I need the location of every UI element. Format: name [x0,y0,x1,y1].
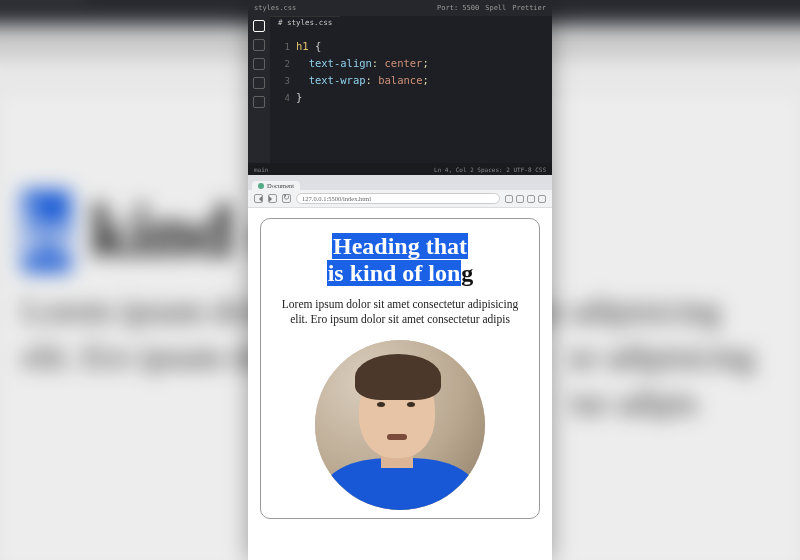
browser-tab-label: Document [267,182,294,189]
address-bar[interactable]: 127.0.0.1:5500/index.html [296,193,500,204]
browser-toolbar: 127.0.0.1:5500/index.html [248,190,552,208]
extension-icon[interactable] [516,195,524,203]
page-paragraph[interactable]: Lorem ipsum dolor sit amet consectetur a… [275,297,525,328]
reload-button[interactable] [282,194,291,203]
avatar-image [315,340,485,510]
source-control-icon[interactable] [253,58,265,70]
extension-icon[interactable] [527,195,535,203]
foreground-window: styles.css Port: 5500 Spell Prettier # s… [248,0,552,560]
search-icon[interactable] [253,39,265,51]
browser-window: Document 127.0.0.1:5500/index.html Headi… [248,175,552,560]
forward-button[interactable] [268,194,277,203]
editor-pane[interactable]: # styles.css 1h1 { 2 text-align: center;… [270,0,552,175]
extension-icon[interactable] [505,195,513,203]
debug-icon[interactable] [253,77,265,89]
editor-code[interactable]: 1h1 { 2 text-align: center; 3 text-wrap:… [276,22,544,106]
menu-icon[interactable] [538,195,546,203]
status-right: Ln 4, Col 2 Spaces: 2 UTF-8 CSS [434,166,546,173]
back-button[interactable] [254,194,263,203]
code-editor: styles.css Port: 5500 Spell Prettier # s… [248,0,552,175]
favicon-icon [258,183,264,189]
extensions-icon[interactable] [253,96,265,108]
page-content: Heading that is kind of long Lorem ipsum… [248,208,552,560]
editor-statusbar: main Ln 4, Col 2 Spaces: 2 UTF-8 CSS [248,163,552,175]
content-card: Heading that is kind of long Lorem ipsum… [260,218,540,519]
toolbar-extension-icons [505,195,546,203]
files-icon[interactable] [253,20,265,32]
page-heading[interactable]: Heading that is kind of long [327,233,474,287]
activity-bar [248,0,270,175]
status-left: main [254,166,268,173]
editor-tab[interactable]: # styles.css [270,16,340,30]
browser-tab[interactable]: Document [252,181,300,190]
browser-tabstrip: Document [248,175,552,190]
